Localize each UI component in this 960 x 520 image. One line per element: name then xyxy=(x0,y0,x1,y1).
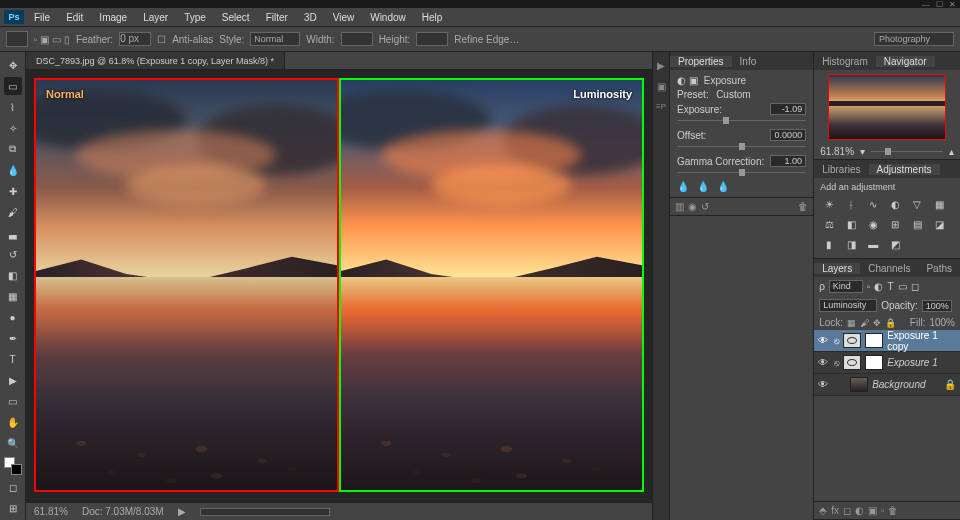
layer-fx-icon[interactable]: fx xyxy=(831,505,839,516)
layer-row[interactable]: 👁 ⎋ Exposure 1 copy xyxy=(814,330,960,352)
tab-histogram[interactable]: Histogram xyxy=(814,56,876,67)
offset-value[interactable]: 0.0000 xyxy=(770,129,806,141)
tab-properties[interactable]: Properties xyxy=(670,56,732,67)
layer-filter-select[interactable]: Kind xyxy=(829,280,863,293)
link-icon[interactable]: ⎋ xyxy=(834,336,839,346)
posterize-icon[interactable]: ▮ xyxy=(820,236,838,252)
threshold-icon[interactable]: ◨ xyxy=(842,236,860,252)
tab-info[interactable]: Info xyxy=(732,56,765,67)
view-previous-icon[interactable]: ◉ xyxy=(688,201,697,212)
new-group-icon[interactable]: ▣ xyxy=(868,505,877,516)
fill-value[interactable]: 100% xyxy=(929,317,955,328)
gamma-value[interactable]: 1.00 xyxy=(770,155,806,167)
visibility-icon[interactable]: 👁 xyxy=(818,379,830,390)
color-lookup-icon[interactable]: ▤ xyxy=(908,216,926,232)
filter-smart-icon[interactable]: ◻ xyxy=(911,281,919,292)
canvas[interactable]: Normal Luminosity xyxy=(26,70,652,502)
link-icon[interactable]: ⎋ xyxy=(834,358,839,368)
layer-row[interactable]: 👁 ⎋ Exposure 1 xyxy=(814,352,960,374)
filter-shape-icon[interactable]: ▭ xyxy=(898,281,907,292)
layer-name[interactable]: Exposure 1 xyxy=(887,357,956,368)
filter-type-icon[interactable]: T xyxy=(887,281,893,292)
navigator-zoom-value[interactable]: 61.81% xyxy=(820,146,854,157)
menu-3d[interactable]: 3D xyxy=(298,10,323,25)
height-input[interactable] xyxy=(416,32,448,46)
bw-icon[interactable]: ◧ xyxy=(842,216,860,232)
menu-file[interactable]: File xyxy=(28,10,56,25)
eyedropper-gray-icon[interactable]: 💧 xyxy=(697,181,709,192)
workspace-select[interactable]: Photography xyxy=(874,32,954,46)
menu-type[interactable]: Type xyxy=(178,10,212,25)
clone-stamp-tool[interactable]: ▃ xyxy=(4,224,22,242)
gradient-map-icon[interactable]: ▬ xyxy=(864,236,882,252)
new-layer-icon[interactable]: ▫ xyxy=(881,505,885,516)
screen-mode-toggle[interactable]: ⊞ xyxy=(4,499,22,517)
quick-mask-toggle[interactable]: ◻ xyxy=(4,478,22,496)
zoom-in-icon[interactable]: ▴ xyxy=(949,146,954,157)
navigator-thumbnail[interactable] xyxy=(828,74,946,140)
filter-pixel-icon[interactable]: ▫ xyxy=(867,281,871,292)
new-adjustment-icon[interactable]: ◐ xyxy=(855,505,864,516)
minimize-button[interactable]: — xyxy=(922,0,930,9)
menu-filter[interactable]: Filter xyxy=(260,10,294,25)
clip-icon[interactable]: ▥ xyxy=(675,201,684,212)
vibrance-icon[interactable]: ▽ xyxy=(908,196,926,212)
lock-position-icon[interactable]: ✥ xyxy=(873,318,881,328)
tab-navigator[interactable]: Navigator xyxy=(876,56,935,67)
tab-paths[interactable]: Paths xyxy=(918,263,960,274)
brush-tool[interactable]: 🖌 xyxy=(4,203,22,221)
path-select-tool[interactable]: ▶ xyxy=(4,371,22,389)
color-balance-icon[interactable]: ⚖ xyxy=(820,216,838,232)
add-mask-icon[interactable]: ◻ xyxy=(843,505,851,516)
zoom-out-icon[interactable]: ▾ xyxy=(860,146,865,157)
exposure-value[interactable]: -1.09 xyxy=(770,103,806,115)
visibility-icon[interactable]: 👁 xyxy=(818,357,830,368)
eyedropper-black-icon[interactable]: 💧 xyxy=(677,181,689,192)
photo-filter-icon[interactable]: ◉ xyxy=(864,216,882,232)
actions-icon[interactable]: ▣ xyxy=(657,81,666,92)
marquee-tool[interactable]: ▭ xyxy=(4,77,22,95)
shape-tool[interactable]: ▭ xyxy=(4,392,22,410)
menu-edit[interactable]: Edit xyxy=(60,10,89,25)
magic-wand-tool[interactable]: ✧ xyxy=(4,119,22,137)
layer-name[interactable]: Background xyxy=(872,379,940,390)
pen-tool[interactable]: ✒ xyxy=(4,329,22,347)
document-tab[interactable]: DSC_7893.jpg @ 61.8% (Exposure 1 copy, L… xyxy=(26,52,285,69)
eraser-tool[interactable]: ◧ xyxy=(4,266,22,284)
levels-icon[interactable]: ⟊ xyxy=(842,196,860,212)
brightness-contrast-icon[interactable]: ☀ xyxy=(820,196,838,212)
navigator-zoom-slider[interactable] xyxy=(871,151,943,152)
doc-size[interactable]: Doc: 7.03M/8.03M xyxy=(82,506,164,517)
layer-row[interactable]: 👁 Background 🔒 xyxy=(814,374,960,396)
delete-layer-icon[interactable]: 🗑 xyxy=(888,505,898,516)
tab-channels[interactable]: Channels xyxy=(860,263,918,274)
filter-adjust-icon[interactable]: ◐ xyxy=(874,281,883,292)
type-tool[interactable]: T xyxy=(4,350,22,368)
lasso-tool[interactable]: ⌇ xyxy=(4,98,22,116)
maximize-button[interactable]: ☐ xyxy=(936,0,943,9)
offset-slider[interactable] xyxy=(677,144,806,150)
preset-select[interactable]: Custom xyxy=(716,89,806,100)
style-select[interactable]: Normal xyxy=(250,32,300,46)
reset-icon[interactable]: ↺ xyxy=(701,201,709,212)
marquee-tool-preset[interactable] xyxy=(6,31,28,47)
refine-edge-button[interactable]: Refine Edge… xyxy=(454,34,519,45)
feather-input[interactable]: 0 px xyxy=(119,32,151,46)
healing-brush-tool[interactable]: ✚ xyxy=(4,182,22,200)
selective-color-icon[interactable]: ◩ xyxy=(886,236,904,252)
blend-mode-select[interactable]: Luminosity xyxy=(819,299,877,312)
paragraph-icon[interactable]: ≡P xyxy=(656,102,666,111)
lock-all-icon[interactable]: 🔒 xyxy=(885,318,896,328)
menu-view[interactable]: View xyxy=(327,10,361,25)
channel-mixer-icon[interactable]: ⊞ xyxy=(886,216,904,232)
mask-thumb[interactable] xyxy=(865,355,883,370)
tab-libraries[interactable]: Libraries xyxy=(814,164,868,175)
tab-layers[interactable]: Layers xyxy=(814,263,860,274)
lock-image-icon[interactable]: 🖌 xyxy=(860,318,869,328)
mask-thumb[interactable] xyxy=(865,333,883,348)
opacity-value[interactable]: 100% xyxy=(922,300,952,312)
eyedropper-tool[interactable]: 💧 xyxy=(4,161,22,179)
eyedropper-white-icon[interactable]: 💧 xyxy=(717,181,729,192)
hand-tool[interactable]: ✋ xyxy=(4,413,22,431)
crop-tool[interactable]: ⧉ xyxy=(4,140,22,158)
